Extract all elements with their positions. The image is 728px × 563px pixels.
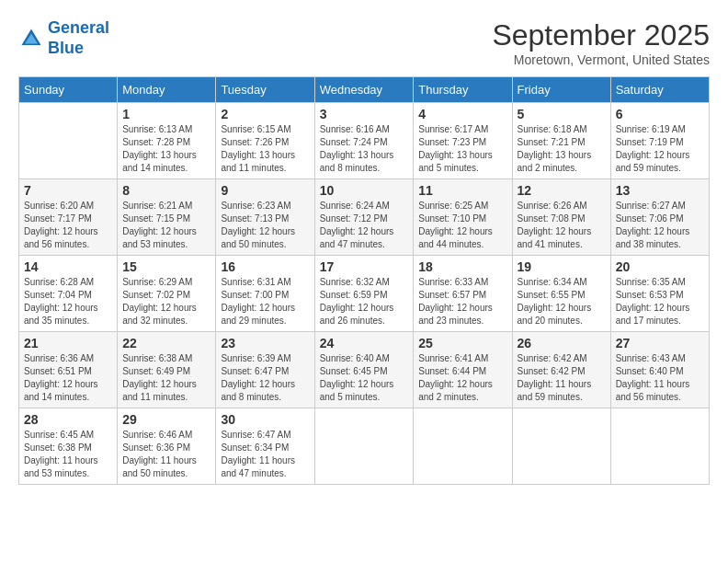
day-number: 3 — [320, 107, 409, 121]
day-info: Sunrise: 6:16 AM Sunset: 7:24 PM Dayligh… — [320, 123, 409, 175]
logo-line1: General — [48, 18, 109, 37]
calendar-cell: 18Sunrise: 6:33 AM Sunset: 6:57 PM Dayli… — [414, 256, 512, 332]
logo-line2: Blue — [48, 39, 84, 57]
day-header-tuesday: Tuesday — [216, 77, 314, 103]
calendar-week-row: 28Sunrise: 6:45 AM Sunset: 6:38 PM Dayli… — [19, 408, 710, 485]
calendar-cell: 2Sunrise: 6:15 AM Sunset: 7:26 PM Daylig… — [216, 103, 314, 179]
day-info: Sunrise: 6:46 AM Sunset: 6:36 PM Dayligh… — [122, 429, 210, 480]
day-info: Sunrise: 6:24 AM Sunset: 7:12 PM Dayligh… — [320, 200, 409, 251]
day-number: 29 — [122, 412, 210, 427]
day-number: 11 — [418, 183, 506, 198]
calendar-cell: 5Sunrise: 6:18 AM Sunset: 7:21 PM Daylig… — [512, 103, 610, 179]
month-title: September 2025 — [492, 18, 710, 52]
calendar-cell: 20Sunrise: 6:35 AM Sunset: 6:53 PM Dayli… — [610, 256, 709, 332]
day-header-friday: Friday — [512, 77, 610, 103]
calendar-cell: 4Sunrise: 6:17 AM Sunset: 7:23 PM Daylig… — [414, 103, 512, 179]
day-number: 16 — [221, 259, 309, 274]
calendar-cell: 10Sunrise: 6:24 AM Sunset: 7:12 PM Dayli… — [314, 179, 414, 256]
calendar-cell: 30Sunrise: 6:47 AM Sunset: 6:34 PM Dayli… — [216, 408, 314, 485]
day-number: 1 — [122, 107, 210, 121]
day-number: 7 — [24, 183, 112, 198]
day-info: Sunrise: 6:25 AM Sunset: 7:10 PM Dayligh… — [418, 200, 506, 251]
calendar-cell: 7Sunrise: 6:20 AM Sunset: 7:17 PM Daylig… — [19, 179, 118, 256]
day-number: 15 — [122, 259, 210, 274]
day-info: Sunrise: 6:19 AM Sunset: 7:19 PM Dayligh… — [616, 123, 704, 175]
calendar-cell: 19Sunrise: 6:34 AM Sunset: 6:55 PM Dayli… — [512, 256, 610, 332]
calendar-cell: 1Sunrise: 6:13 AM Sunset: 7:28 PM Daylig… — [118, 103, 216, 179]
day-number: 9 — [221, 183, 309, 198]
day-header-sunday: Sunday — [19, 77, 118, 103]
calendar-cell: 21Sunrise: 6:36 AM Sunset: 6:51 PM Dayli… — [19, 332, 118, 408]
location-subtitle: Moretown, Vermont, United States — [492, 52, 710, 67]
day-number: 17 — [320, 259, 409, 274]
day-info: Sunrise: 6:23 AM Sunset: 7:13 PM Dayligh… — [221, 200, 309, 251]
calendar-cell — [314, 408, 414, 485]
calendar-cell: 27Sunrise: 6:43 AM Sunset: 6:40 PM Dayli… — [610, 332, 709, 408]
title-block: September 2025 Moretown, Vermont, United… — [492, 18, 710, 67]
day-number: 19 — [518, 259, 606, 274]
calendar-cell: 22Sunrise: 6:38 AM Sunset: 6:49 PM Dayli… — [118, 332, 216, 408]
day-info: Sunrise: 6:41 AM Sunset: 6:44 PM Dayligh… — [418, 352, 506, 404]
calendar-cell: 14Sunrise: 6:28 AM Sunset: 7:04 PM Dayli… — [19, 256, 118, 332]
day-info: Sunrise: 6:42 AM Sunset: 6:42 PM Dayligh… — [518, 352, 606, 404]
calendar-cell: 9Sunrise: 6:23 AM Sunset: 7:13 PM Daylig… — [216, 179, 314, 256]
day-number: 30 — [221, 412, 309, 427]
calendar-cell — [610, 408, 709, 485]
logo-text: General Blue — [48, 18, 109, 58]
calendar-cell: 11Sunrise: 6:25 AM Sunset: 7:10 PM Dayli… — [414, 179, 512, 256]
calendar-cell — [414, 408, 512, 485]
day-number: 27 — [616, 336, 704, 350]
day-header-wednesday: Wednesday — [314, 77, 414, 103]
calendar-cell: 15Sunrise: 6:29 AM Sunset: 7:02 PM Dayli… — [118, 256, 216, 332]
calendar-cell: 3Sunrise: 6:16 AM Sunset: 7:24 PM Daylig… — [314, 103, 414, 179]
calendar-cell: 16Sunrise: 6:31 AM Sunset: 7:00 PM Dayli… — [216, 256, 314, 332]
day-number: 6 — [616, 107, 704, 121]
day-number: 23 — [221, 336, 309, 350]
day-info: Sunrise: 6:28 AM Sunset: 7:04 PM Dayligh… — [24, 276, 112, 327]
day-number: 28 — [24, 412, 112, 427]
day-info: Sunrise: 6:33 AM Sunset: 6:57 PM Dayligh… — [418, 276, 506, 327]
day-info: Sunrise: 6:17 AM Sunset: 7:23 PM Dayligh… — [418, 123, 506, 175]
day-number: 12 — [518, 183, 606, 198]
day-header-saturday: Saturday — [610, 77, 709, 103]
day-info: Sunrise: 6:13 AM Sunset: 7:28 PM Dayligh… — [122, 123, 210, 175]
calendar-cell: 12Sunrise: 6:26 AM Sunset: 7:08 PM Dayli… — [512, 179, 610, 256]
day-number: 20 — [616, 259, 704, 274]
day-info: Sunrise: 6:18 AM Sunset: 7:21 PM Dayligh… — [518, 123, 606, 175]
calendar-cell: 28Sunrise: 6:45 AM Sunset: 6:38 PM Dayli… — [19, 408, 118, 485]
day-number: 13 — [616, 183, 704, 198]
calendar-week-row: 14Sunrise: 6:28 AM Sunset: 7:04 PM Dayli… — [19, 256, 710, 332]
calendar-week-row: 1Sunrise: 6:13 AM Sunset: 7:28 PM Daylig… — [19, 103, 710, 179]
calendar-body: 1Sunrise: 6:13 AM Sunset: 7:28 PM Daylig… — [19, 103, 710, 485]
calendar-header-row: SundayMondayTuesdayWednesdayThursdayFrid… — [19, 77, 710, 103]
calendar-cell: 25Sunrise: 6:41 AM Sunset: 6:44 PM Dayli… — [414, 332, 512, 408]
calendar-cell: 23Sunrise: 6:39 AM Sunset: 6:47 PM Dayli… — [216, 332, 314, 408]
day-number: 4 — [418, 107, 506, 121]
day-info: Sunrise: 6:21 AM Sunset: 7:15 PM Dayligh… — [122, 200, 210, 251]
day-header-thursday: Thursday — [414, 77, 512, 103]
page-header: General Blue September 2025 Moretown, Ve… — [18, 18, 710, 67]
calendar-cell: 8Sunrise: 6:21 AM Sunset: 7:15 PM Daylig… — [118, 179, 216, 256]
day-number: 21 — [24, 336, 112, 350]
day-info: Sunrise: 6:34 AM Sunset: 6:55 PM Dayligh… — [518, 276, 606, 327]
day-number: 26 — [518, 336, 606, 350]
day-number: 24 — [320, 336, 409, 350]
day-number: 25 — [418, 336, 506, 350]
calendar-cell — [512, 408, 610, 485]
day-number: 5 — [518, 107, 606, 121]
calendar-week-row: 7Sunrise: 6:20 AM Sunset: 7:17 PM Daylig… — [19, 179, 710, 256]
day-info: Sunrise: 6:43 AM Sunset: 6:40 PM Dayligh… — [616, 352, 704, 404]
day-number: 2 — [221, 107, 309, 121]
calendar-cell: 26Sunrise: 6:42 AM Sunset: 6:42 PM Dayli… — [512, 332, 610, 408]
calendar-cell — [19, 103, 118, 179]
calendar-cell: 29Sunrise: 6:46 AM Sunset: 6:36 PM Dayli… — [118, 408, 216, 485]
day-info: Sunrise: 6:38 AM Sunset: 6:49 PM Dayligh… — [122, 352, 210, 404]
day-number: 10 — [320, 183, 409, 198]
day-info: Sunrise: 6:31 AM Sunset: 7:00 PM Dayligh… — [221, 276, 309, 327]
calendar-table: SundayMondayTuesdayWednesdayThursdayFrid… — [18, 76, 710, 485]
calendar-week-row: 21Sunrise: 6:36 AM Sunset: 6:51 PM Dayli… — [19, 332, 710, 408]
day-info: Sunrise: 6:15 AM Sunset: 7:26 PM Dayligh… — [221, 123, 309, 175]
day-number: 18 — [418, 259, 506, 274]
calendar-cell: 6Sunrise: 6:19 AM Sunset: 7:19 PM Daylig… — [610, 103, 709, 179]
logo-icon — [18, 26, 44, 52]
